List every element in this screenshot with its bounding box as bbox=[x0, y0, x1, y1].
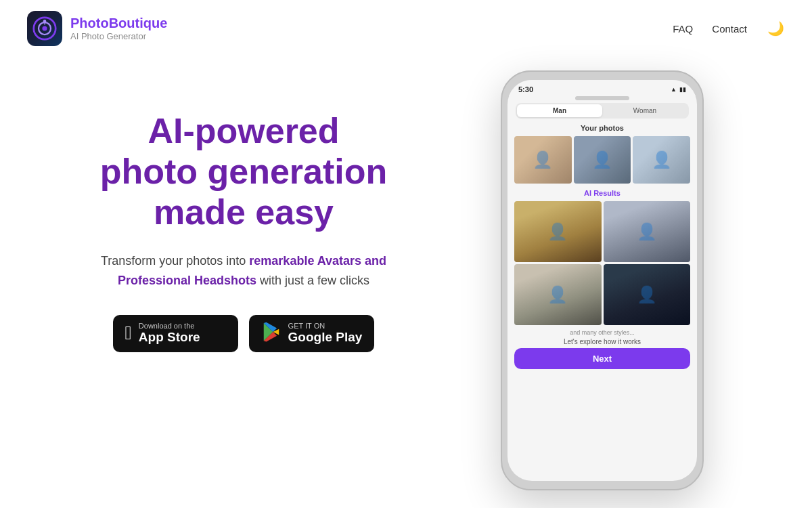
app-store-label-bottom: App Store bbox=[139, 330, 200, 345]
phone-status-bar: 5:30 ▲ ▮▮ bbox=[508, 80, 697, 96]
photo-person-2: 👤 bbox=[574, 136, 631, 184]
phone-next-button[interactable]: Next bbox=[514, 348, 690, 369]
app-store-button[interactable]:  Download on the App Store bbox=[113, 315, 238, 352]
phone-explore-text: Let's explore how it works bbox=[508, 338, 697, 345]
apple-icon:  bbox=[125, 324, 132, 343]
hero-title-line1: AI-powered bbox=[148, 111, 339, 150]
logo-text: PhotoBoutique AI Photo Generator bbox=[70, 16, 167, 41]
photo-person-3: 👤 bbox=[633, 136, 690, 184]
wifi-icon: ▲ bbox=[671, 86, 677, 93]
ai-result-3: 👤 bbox=[514, 264, 602, 325]
photo-cell-1: 👤 bbox=[514, 136, 572, 184]
phone-status-icons: ▲ ▮▮ bbox=[671, 86, 686, 93]
ai-result-4: 👤 bbox=[604, 264, 691, 325]
app-store-label-top: Download on the bbox=[139, 322, 200, 330]
header: PhotoBoutique AI Photo Generator FAQ Con… bbox=[0, 0, 812, 57]
store-buttons:  Download on the App Store GE bbox=[68, 315, 420, 352]
nav-area: FAQ Contact 🌙 bbox=[673, 19, 785, 38]
logo-area: PhotoBoutique AI Photo Generator bbox=[27, 11, 167, 46]
ai-result-1: 👤 bbox=[514, 201, 602, 262]
ai-person-4: 👤 bbox=[604, 264, 691, 325]
phone-notch bbox=[575, 96, 629, 100]
dark-mode-toggle[interactable]: 🌙 bbox=[766, 19, 785, 38]
battery-icon: ▮▮ bbox=[679, 86, 686, 93]
photo-person-1: 👤 bbox=[514, 136, 572, 184]
your-photos-grid: 👤 👤 👤 bbox=[514, 136, 690, 184]
phone-mockup-area: 5:30 ▲ ▮▮ Man Woman Your photos 👤 bbox=[447, 70, 758, 490]
google-play-label-top: GET IT ON bbox=[288, 322, 363, 330]
google-play-icon bbox=[261, 322, 281, 345]
logo-name: PhotoBoutique bbox=[70, 16, 167, 31]
ai-person-2: 👤 bbox=[604, 201, 691, 262]
main-content: AI-powered photo generation made easy Tr… bbox=[0, 57, 812, 490]
phone-ai-results-label: AI Results bbox=[508, 189, 697, 197]
logo-icon bbox=[27, 11, 62, 46]
hero-subtitle: Transform your photos into remarkable Av… bbox=[68, 251, 420, 291]
phone-screen: 5:30 ▲ ▮▮ Man Woman Your photos 👤 bbox=[508, 80, 697, 481]
ai-person-1: 👤 bbox=[514, 201, 602, 262]
ai-person-3: 👤 bbox=[514, 264, 602, 325]
hero-title-line3: made easy bbox=[154, 192, 334, 232]
nav-faq[interactable]: FAQ bbox=[673, 23, 693, 35]
photo-cell-2: 👤 bbox=[574, 136, 631, 184]
hero-section: AI-powered photo generation made easy Tr… bbox=[68, 70, 420, 352]
subtitle-before: Transform your photos into bbox=[101, 254, 249, 268]
hero-title-line2: photo generation bbox=[100, 152, 388, 191]
ai-results-grid-bottom: 👤 👤 bbox=[514, 264, 690, 325]
phone-mockup: 5:30 ▲ ▮▮ Man Woman Your photos 👤 bbox=[501, 70, 704, 490]
phone-footer-text: and many other styles... bbox=[508, 329, 697, 336]
phone-tab-man[interactable]: Man bbox=[517, 104, 602, 117]
app-store-text: Download on the App Store bbox=[139, 322, 200, 345]
ai-result-2: 👤 bbox=[604, 201, 691, 262]
logo-subtitle: AI Photo Generator bbox=[70, 31, 167, 41]
ai-results-grid-top: 👤 👤 bbox=[514, 201, 690, 262]
phone-your-photos-label: Your photos bbox=[508, 124, 697, 132]
google-play-label-bottom: Google Play bbox=[288, 330, 363, 345]
subtitle-after: with just a few clicks bbox=[256, 274, 369, 287]
photo-cell-3: 👤 bbox=[633, 136, 690, 184]
phone-tab-woman[interactable]: Woman bbox=[602, 104, 687, 117]
nav-contact[interactable]: Contact bbox=[712, 23, 747, 35]
google-play-text: GET IT ON Google Play bbox=[288, 322, 363, 345]
phone-tabs[interactable]: Man Woman bbox=[516, 103, 689, 119]
phone-time: 5:30 bbox=[518, 85, 533, 93]
google-play-button[interactable]: GET IT ON Google Play bbox=[249, 315, 375, 352]
svg-point-2 bbox=[42, 26, 47, 30]
svg-point-3 bbox=[43, 20, 47, 23]
hero-title: AI-powered photo generation made easy bbox=[68, 111, 420, 232]
